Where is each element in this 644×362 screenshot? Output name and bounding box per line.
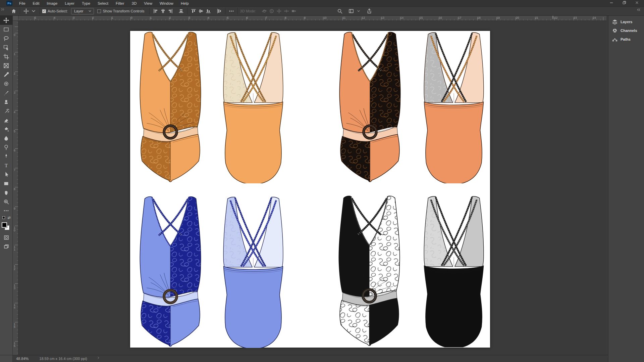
ruler-number: 0: [131, 16, 132, 19]
ruler-number: 5: [227, 16, 229, 19]
separator: [20, 8, 20, 14]
workspace-chevron[interactable]: [355, 7, 362, 15]
toolbar: T ⇄: [0, 16, 13, 355]
horizontal-ruler[interactable]: 5432101234567891011121314151617181920212…: [18, 16, 606, 21]
ruler-origin-corner[interactable]: [13, 16, 18, 21]
close-button[interactable]: [631, 0, 644, 6]
color-swatches[interactable]: [0, 221, 13, 233]
tool-eyedropper[interactable]: [0, 70, 13, 79]
menu-item-image[interactable]: Image: [43, 0, 61, 6]
separator: [187, 8, 187, 14]
menu-item-type[interactable]: Type: [78, 0, 94, 6]
document-canvas[interactable]: [130, 31, 490, 348]
dock-collapse-button[interactable]: [637, 7, 642, 13]
separator: [237, 8, 238, 14]
tool-blur[interactable]: [0, 134, 13, 143]
tool-lasso[interactable]: [0, 34, 13, 43]
home-button[interactable]: [10, 7, 17, 15]
vertical-ruler[interactable]: 01234567891 01 11 21 31 41 51 6: [13, 21, 18, 355]
ruler-number: 23: [574, 16, 577, 19]
swimsuit-illustration-front-3: [132, 195, 209, 347]
menu-item-file[interactable]: File: [15, 0, 29, 6]
tool-spot-healing[interactable]: [0, 79, 13, 88]
search-icon: [337, 8, 342, 14]
tool-move[interactable]: [0, 16, 13, 25]
auto-select-label: Auto-Select:: [48, 9, 68, 13]
move-tool-preset[interactable]: [22, 7, 30, 15]
foreground-color-swatch[interactable]: [2, 222, 7, 228]
ruler-number: 7: [266, 16, 267, 19]
menu-item-select[interactable]: Select: [94, 0, 112, 6]
show-transform-checkbox[interactable]: [97, 9, 101, 13]
photoshop-window: Ps FileEditImageLayerTypeSelectFilter3DV…: [0, 0, 644, 362]
menu-item-edit[interactable]: Edit: [29, 0, 43, 6]
3d-pan-button: [275, 7, 283, 15]
toolbar-collapse-button[interactable]: [1, 7, 6, 13]
tool-rectangle[interactable]: [0, 179, 13, 188]
tool-path-selection[interactable]: [0, 170, 13, 179]
3d-mode-label: 3D Mode:: [240, 9, 256, 13]
ruler-number: 9: [14, 207, 15, 210]
tool-eraser[interactable]: [0, 116, 13, 125]
tool-hand[interactable]: [0, 188, 13, 197]
workspace-button[interactable]: [347, 7, 355, 15]
ruler-number: 22: [554, 16, 557, 19]
tool-paint-bucket[interactable]: [0, 125, 13, 134]
tool-edit-toolbar[interactable]: [0, 206, 13, 215]
auto-select-checkbox[interactable]: ✓: [42, 9, 46, 13]
panel-tab-channels[interactable]: Channels: [608, 26, 644, 35]
home-icon: [11, 8, 16, 14]
ruler-number: 8: [285, 16, 286, 19]
menu-item-3d[interactable]: 3D: [128, 0, 141, 6]
ruler-number: 1 6: [14, 342, 15, 347]
more-options-button[interactable]: [228, 7, 235, 15]
chevron-right-icon: [97, 356, 102, 361]
share-button[interactable]: [366, 7, 373, 15]
menu-item-window[interactable]: Window: [156, 0, 177, 6]
menu-item-layer[interactable]: Layer: [61, 0, 78, 6]
ruler-number: 20: [516, 16, 519, 19]
distribute-vertical-button: [215, 7, 223, 15]
share-icon: [367, 8, 372, 14]
menu-item-filter[interactable]: Filter: [112, 0, 128, 6]
tool-brush[interactable]: [0, 88, 13, 97]
tool-quick-mask[interactable]: [0, 233, 13, 242]
distribute-horizontal-icon: [178, 8, 184, 14]
ruler-number: 2: [14, 72, 15, 75]
restore-icon: [622, 1, 628, 6]
tool-frame[interactable]: [0, 61, 13, 70]
panel-tab-paths[interactable]: Paths: [608, 35, 644, 44]
tool-history-brush[interactable]: [0, 106, 13, 116]
separator: [40, 8, 40, 14]
tool-pen[interactable]: [0, 152, 13, 161]
menu-item-view[interactable]: View: [140, 0, 156, 6]
zoom-level-field[interactable]: 48.84%: [16, 357, 29, 361]
tool-rect-marquee[interactable]: [0, 25, 13, 34]
swap-colors-icon: ⇄: [7, 216, 10, 220]
restore-button[interactable]: [619, 0, 631, 6]
swap-colors-mini[interactable]: ⇄: [0, 215, 13, 221]
document-size-readout[interactable]: 18.59 cm x 16.4 cm (300 ppi): [39, 357, 87, 361]
tool-dodge[interactable]: [0, 143, 13, 152]
tool-type[interactable]: T: [0, 161, 13, 170]
panel-tab-layers[interactable]: Layers: [608, 17, 644, 26]
menu-item-help[interactable]: Help: [177, 0, 193, 6]
search-button[interactable]: [336, 7, 343, 15]
tool-zoom[interactable]: [0, 197, 13, 206]
tool-preset-chevron[interactable]: [30, 7, 37, 15]
tool-object-selection[interactable]: [0, 43, 13, 52]
chevrons-left-icon: [637, 8, 642, 13]
tool-crop[interactable]: [0, 52, 13, 61]
chevrons-right-icon: [1, 7, 6, 13]
swimsuit-illustration-front-2: [331, 31, 409, 183]
ruler-number: 3: [189, 16, 190, 19]
chevron-down-icon: [31, 8, 36, 14]
status-options-button[interactable]: [97, 356, 102, 361]
minimize-button[interactable]: [606, 0, 619, 6]
ruler-number: 13: [381, 16, 384, 19]
tool-screen-mode[interactable]: [0, 242, 13, 251]
align-bottom-icon: [206, 8, 211, 14]
tool-clone-stamp[interactable]: [0, 97, 13, 106]
auto-select-target-dropdown[interactable]: Layer: [71, 8, 94, 14]
paths-icon: [612, 37, 618, 42]
